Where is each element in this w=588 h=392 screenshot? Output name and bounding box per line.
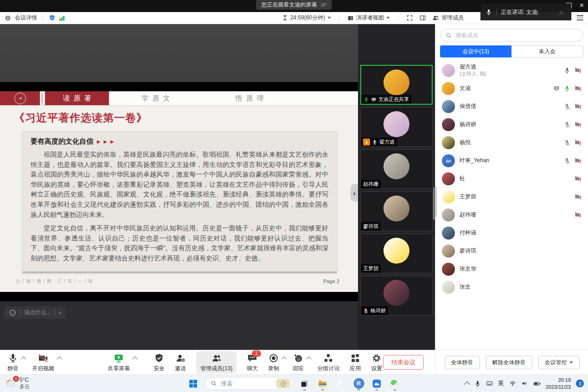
manage-members-menu[interactable]: 管理成员 [432, 14, 464, 22]
meeting-controls-button[interactable]: 会议管控 [538, 356, 580, 369]
viewing-screen-banner[interactable]: 您正在观看文渝的屏幕 [256, 0, 332, 10]
mic-muted-icon[interactable] [564, 103, 570, 110]
emoji-icon[interactable] [9, 309, 16, 316]
mic-muted-icon[interactable] [564, 158, 570, 164]
network-signal-icon[interactable] [59, 15, 64, 21]
record-options-caret[interactable] [282, 356, 287, 361]
wechat-app[interactable] [389, 377, 401, 391]
participant-row[interactable]: an 叶寒_Yehan [435, 152, 588, 170]
participant-row[interactable]: 张念 [435, 278, 588, 296]
mute-button[interactable]: 静音 [7, 353, 19, 373]
touch-keyboard-icon[interactable] [486, 380, 493, 387]
taskbar-search-input[interactable] [220, 380, 273, 387]
camera-off-icon[interactable] [575, 211, 582, 218]
video-tile[interactable]: 赵祎珊 [360, 149, 433, 189]
panel-menu-icon[interactable] [577, 14, 583, 22]
timer-dropdown-icon[interactable] [327, 17, 331, 19]
breakout-rooms-button[interactable]: 分组讨论 [317, 353, 339, 373]
record-button[interactable]: 录制 [268, 353, 279, 373]
chat-collapse-icon[interactable]: ‹ [59, 310, 61, 316]
side-panel-icon[interactable] [419, 14, 426, 21]
participant-row[interactable]: 杜 [435, 170, 588, 188]
start-button[interactable] [187, 377, 199, 391]
end-meeting-button[interactable]: 结束会议 [383, 355, 424, 370]
taskbar-search-box[interactable] [205, 377, 293, 390]
camera-off-icon[interactable] [575, 157, 582, 164]
meeting-details-link[interactable]: 会议详情 [15, 14, 37, 22]
search-highlight-thumbnail[interactable] [276, 379, 290, 388]
participant-row[interactable]: 杨悦 [435, 133, 588, 152]
task-view-app[interactable] [299, 377, 311, 391]
reactions-button[interactable]: 回应 [293, 353, 304, 373]
security-button[interactable]: 安全 [153, 353, 165, 373]
participant-row[interactable]: 杨诗妍 [435, 115, 588, 133]
camera-off-icon[interactable] [575, 67, 582, 74]
video-options-caret[interactable] [57, 356, 62, 361]
participant-row[interactable]: 张京华 [435, 260, 588, 278]
participant-row[interactable]: 翟方逍 (主持人, 我) [435, 61, 588, 79]
camera-off-icon[interactable] [575, 193, 582, 200]
mute-all-button[interactable]: 全体静音 [445, 356, 480, 369]
participant-row[interactable]: 付梓涵 [435, 224, 588, 242]
settings-button[interactable]: 设置 [371, 353, 382, 373]
reactions-options-caret[interactable] [307, 356, 312, 361]
participant-row[interactable]: 赵祎珊 [435, 206, 588, 224]
close-window-icon[interactable]: ✕ [579, 2, 584, 8]
mic-muted-icon[interactable] [564, 121, 570, 128]
camera-off-icon[interactable] [575, 139, 582, 146]
r-app[interactable]: R [353, 377, 365, 391]
invite-button[interactable]: 邀请 [175, 353, 186, 373]
video-strip-scrollbar[interactable] [433, 187, 435, 220]
banner-lines-icon[interactable] [321, 2, 327, 7]
screen-share-icon[interactable] [553, 85, 560, 92]
participant-row[interactable]: 廖诗琪 [435, 242, 588, 260]
video-tile[interactable]: 文渝正在共享 [360, 65, 433, 105]
tray-mic-icon[interactable] [474, 380, 481, 387]
mute-options-caret[interactable] [21, 356, 26, 361]
wifi-icon[interactable] [509, 380, 516, 387]
tab-in-meeting[interactable]: 会议中(13) [440, 45, 511, 57]
edge-browser-app[interactable] [335, 377, 347, 391]
info-icon[interactable] [5, 15, 11, 21]
volume-icon[interactable] [521, 380, 528, 387]
video-tile[interactable]: 廖诗琪 [360, 191, 433, 231]
file-explorer-app[interactable] [317, 377, 329, 391]
manage-members-button[interactable]: 管理成员(13) [196, 351, 236, 373]
share-screen-button[interactable]: 共享屏幕 [108, 353, 130, 373]
ime-indicator[interactable]: 英 [498, 379, 504, 387]
battery-icon[interactable] [533, 380, 541, 387]
weather-widget[interactable]: 1 5°C 多云 [0, 377, 30, 390]
fullscreen-icon[interactable] [406, 14, 413, 21]
video-tile[interactable]: 杨诗妍 [360, 276, 433, 316]
unmute-all-button[interactable]: 解除全体静音 [486, 356, 532, 369]
share-options-caret[interactable] [132, 356, 137, 361]
taskbar-clock[interactable]: 20:19 2023/11/23 [546, 377, 571, 390]
camera-off-icon[interactable] [575, 121, 582, 128]
expand-video-strip-handle[interactable]: › [351, 184, 358, 202]
start-video-button[interactable]: 开启视频 [32, 353, 54, 373]
participant-row[interactable]: 侯倩倩 [435, 97, 588, 115]
chat-button[interactable]: 1 聊天 [247, 353, 258, 373]
meeting-app[interactable] [371, 377, 383, 391]
quick-chat-bar[interactable]: 说点什么... ‹ [4, 306, 65, 319]
mic-muted-icon[interactable] [564, 139, 570, 146]
view-dropdown-icon[interactable] [386, 17, 390, 19]
tab-not-joined[interactable]: 未入会 [511, 45, 583, 57]
camera-off-icon[interactable] [575, 85, 582, 92]
view-mode-selector[interactable]: 演讲者视图 [347, 14, 390, 22]
participant-row[interactable]: 文渝 [435, 79, 588, 97]
mic-icon[interactable] [564, 67, 570, 74]
mic-active-icon[interactable] [564, 85, 570, 92]
participant-list-scrollbar[interactable] [435, 186, 437, 217]
participant-row[interactable]: 王梦甜 [435, 188, 588, 206]
notification-count-badge[interactable]: 3 [576, 379, 584, 387]
apps-button[interactable]: 应用 [350, 353, 361, 373]
chat-input-placeholder[interactable]: 说点什么... [24, 309, 51, 316]
camera-off-icon[interactable] [575, 103, 582, 110]
video-tile[interactable]: 翟方逍 [360, 107, 433, 147]
video-tile[interactable]: 王梦甜 [360, 234, 433, 273]
tray-expand-icon[interactable] [464, 381, 470, 387]
shield-check-icon[interactable] [49, 14, 56, 21]
camera-off-icon[interactable] [575, 175, 582, 182]
meeting-timer[interactable]: 24:59(60分钟) [282, 14, 331, 22]
